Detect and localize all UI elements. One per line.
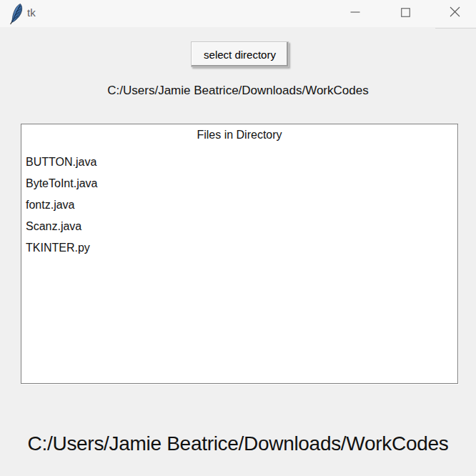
file-list: BUTTON.java ByteToInt.java fontz.java Sc…	[21, 152, 457, 259]
close-icon	[450, 6, 460, 20]
footer-path-label: C:/Users/Jamie Beatrice/Downloads/WorkCo…	[0, 431, 476, 457]
select-directory-button[interactable]: select directory	[191, 41, 289, 67]
file-list-item[interactable]: ByteToInt.java	[21, 173, 457, 194]
listbox-header: Files in Directory	[21, 124, 457, 146]
maximize-icon	[401, 7, 410, 20]
maximize-button[interactable]	[389, 0, 422, 26]
files-listbox[interactable]: Files in Directory BUTTON.java ByteToInt…	[21, 124, 458, 384]
file-list-item[interactable]: BUTTON.java	[21, 152, 457, 173]
file-list-item[interactable]: Scanz.java	[21, 216, 457, 237]
minimize-button[interactable]	[339, 0, 372, 26]
minimize-icon	[350, 7, 360, 20]
close-button[interactable]	[438, 0, 471, 26]
app-window: tk select directo	[0, 0, 476, 476]
titlebar-underline	[435, 28, 476, 29]
window-titlebar[interactable]: tk	[0, 0, 476, 27]
window-title: tk	[27, 0, 36, 27]
tk-feather-icon	[8, 3, 24, 24]
directory-path-label: C:/Users/Jamie Beatrice/Downloads/WorkCo…	[0, 84, 476, 98]
file-list-item[interactable]: fontz.java	[21, 194, 457, 216]
file-list-item[interactable]: TKINTER.py	[21, 237, 457, 259]
